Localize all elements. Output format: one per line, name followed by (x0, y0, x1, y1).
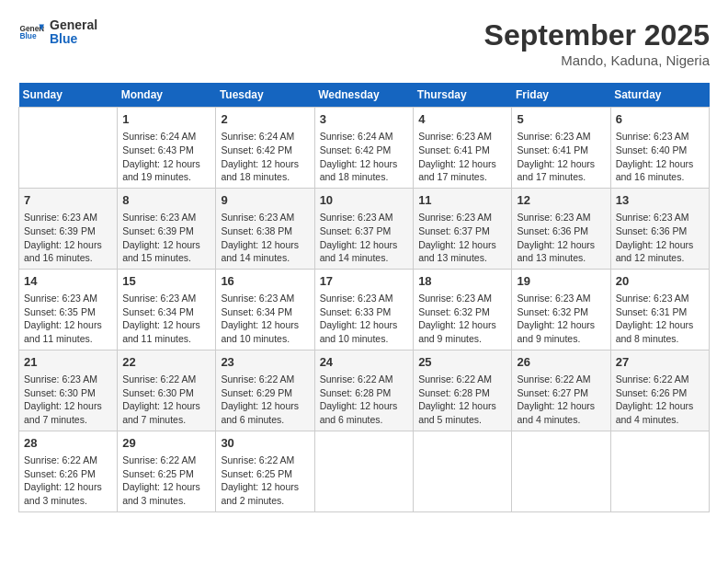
calendar-cell: 1Sunrise: 6:24 AMSunset: 6:43 PMDaylight… (118, 108, 216, 189)
day-number: 14 (24, 273, 112, 290)
day-info: Sunset: 6:28 PM (320, 386, 409, 400)
day-info: Sunset: 6:41 PM (418, 144, 506, 157)
day-info: Sunrise: 6:23 AM (517, 211, 605, 224)
day-info: Sunrise: 6:23 AM (418, 292, 506, 305)
day-info: and 2 minutes. (221, 494, 309, 508)
day-number: 25 (418, 354, 506, 371)
day-info: Sunrise: 6:23 AM (418, 130, 506, 144)
day-info: Sunset: 6:39 PM (122, 224, 210, 238)
day-info: Sunset: 6:32 PM (517, 305, 605, 319)
day-info: Sunset: 6:36 PM (517, 224, 605, 238)
day-info: Sunrise: 6:23 AM (24, 211, 112, 224)
day-info: Sunset: 6:38 PM (221, 224, 309, 238)
header-sunday: Sunday (19, 83, 118, 108)
calendar-cell: 17Sunrise: 6:23 AMSunset: 6:33 PMDayligh… (314, 269, 414, 350)
day-info: Sunset: 6:31 PM (616, 305, 704, 319)
month-title: September 2025 (484, 18, 710, 52)
day-info: Sunrise: 6:23 AM (616, 292, 704, 305)
calendar-cell: 25Sunrise: 6:22 AMSunset: 6:28 PMDayligh… (414, 350, 512, 431)
day-number: 10 (320, 192, 409, 209)
day-number: 23 (221, 354, 309, 371)
day-info: Sunrise: 6:23 AM (122, 211, 210, 224)
day-info: Daylight: 12 hours (517, 318, 605, 332)
header-friday: Friday (512, 83, 610, 108)
calendar-header-row: SundayMondayTuesdayWednesdayThursdayFrid… (19, 83, 710, 108)
day-number: 16 (221, 273, 309, 290)
day-info: and 3 minutes. (122, 494, 210, 508)
day-number: 18 (418, 273, 506, 290)
day-info: and 16 minutes. (24, 251, 112, 265)
day-number: 26 (517, 354, 605, 371)
calendar-cell: 30Sunrise: 6:22 AMSunset: 6:25 PMDayligh… (216, 431, 314, 511)
calendar-cell (610, 431, 709, 511)
day-number: 9 (221, 192, 309, 209)
day-info: and 7 minutes. (24, 413, 112, 427)
day-info: Sunset: 6:32 PM (418, 305, 506, 319)
day-info: Sunrise: 6:23 AM (221, 292, 309, 305)
logo-blue: Blue (50, 32, 97, 46)
day-number: 1 (122, 111, 210, 128)
day-info: Daylight: 12 hours (221, 157, 309, 171)
day-info: Sunrise: 6:23 AM (320, 211, 409, 224)
day-info: Daylight: 12 hours (122, 399, 210, 413)
day-number: 28 (24, 435, 112, 452)
day-info: Daylight: 12 hours (616, 399, 704, 413)
day-info: Sunset: 6:26 PM (24, 467, 112, 481)
calendar-cell: 5Sunrise: 6:23 AMSunset: 6:41 PMDaylight… (512, 108, 610, 189)
day-info: Daylight: 12 hours (320, 157, 409, 171)
calendar-cell: 21Sunrise: 6:23 AMSunset: 6:30 PMDayligh… (19, 350, 118, 431)
calendar-cell: 3Sunrise: 6:24 AMSunset: 6:42 PMDaylight… (314, 108, 414, 189)
header-tuesday: Tuesday (216, 83, 314, 108)
day-info: Sunrise: 6:23 AM (122, 292, 210, 305)
logo-general: General (50, 18, 97, 32)
day-info: and 3 minutes. (24, 494, 112, 508)
day-info: Sunrise: 6:23 AM (616, 130, 704, 144)
day-info: Daylight: 12 hours (221, 399, 309, 413)
day-number: 2 (221, 111, 309, 128)
day-info: Daylight: 12 hours (418, 238, 506, 252)
day-info: Sunrise: 6:22 AM (517, 373, 605, 386)
day-number: 11 (418, 192, 506, 209)
day-info: Sunset: 6:29 PM (221, 386, 309, 400)
calendar-cell: 10Sunrise: 6:23 AMSunset: 6:37 PMDayligh… (314, 188, 414, 269)
day-number: 13 (616, 192, 704, 209)
day-info: Sunset: 6:36 PM (616, 224, 704, 238)
calendar-cell: 2Sunrise: 6:24 AMSunset: 6:42 PMDaylight… (216, 108, 314, 189)
day-info: Daylight: 12 hours (221, 480, 309, 494)
day-info: Sunrise: 6:22 AM (122, 373, 210, 386)
calendar-cell: 16Sunrise: 6:23 AMSunset: 6:34 PMDayligh… (216, 269, 314, 350)
calendar-cell: 23Sunrise: 6:22 AMSunset: 6:29 PMDayligh… (216, 350, 314, 431)
calendar-cell: 12Sunrise: 6:23 AMSunset: 6:36 PMDayligh… (512, 188, 610, 269)
logo-icon: General Blue (18, 19, 44, 45)
location: Mando, Kaduna, Nigeria (484, 52, 710, 68)
day-info: Sunset: 6:40 PM (616, 144, 704, 157)
day-info: Daylight: 12 hours (122, 238, 210, 252)
svg-text:Blue: Blue (19, 31, 36, 40)
day-info: and 8 minutes. (616, 332, 704, 346)
day-info: Sunset: 6:35 PM (24, 305, 112, 319)
day-info: Daylight: 12 hours (221, 318, 309, 332)
header-saturday: Saturday (610, 83, 709, 108)
calendar-cell: 8Sunrise: 6:23 AMSunset: 6:39 PMDaylight… (118, 188, 216, 269)
day-info: and 11 minutes. (122, 332, 210, 346)
day-info: Sunset: 6:33 PM (320, 305, 409, 319)
day-info: and 13 minutes. (517, 251, 605, 265)
calendar-cell (314, 431, 414, 511)
day-info: Daylight: 12 hours (320, 238, 409, 252)
calendar-week-2: 7Sunrise: 6:23 AMSunset: 6:39 PMDaylight… (19, 188, 710, 269)
day-info: and 13 minutes. (418, 251, 506, 265)
day-info: Sunset: 6:27 PM (517, 386, 605, 400)
day-info: Daylight: 12 hours (122, 480, 210, 494)
title-section: September 2025 Mando, Kaduna, Nigeria (484, 18, 710, 68)
day-info: Daylight: 12 hours (517, 399, 605, 413)
calendar-cell: 20Sunrise: 6:23 AMSunset: 6:31 PMDayligh… (610, 269, 709, 350)
page-header: General Blue General Blue September 2025… (18, 18, 710, 68)
day-number: 27 (616, 354, 704, 371)
day-info: and 6 minutes. (221, 413, 309, 427)
day-number: 22 (122, 354, 210, 371)
day-info: Sunrise: 6:22 AM (221, 373, 309, 386)
day-info: and 10 minutes. (221, 332, 309, 346)
day-number: 15 (122, 273, 210, 290)
day-info: Sunset: 6:39 PM (24, 224, 112, 238)
day-info: Daylight: 12 hours (418, 399, 506, 413)
